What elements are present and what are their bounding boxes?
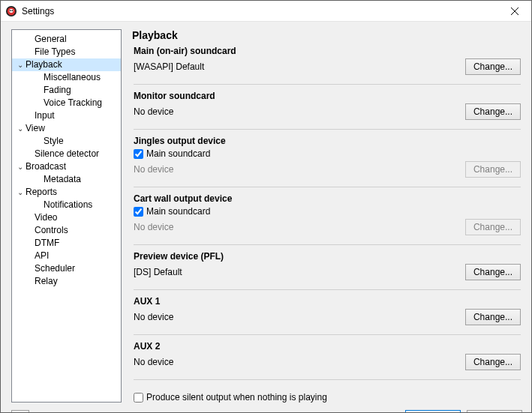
nav-item-notifications[interactable]: Notifications bbox=[12, 199, 121, 211]
section-jingles-output: Jingles output device Main soundcard No … bbox=[134, 136, 521, 178]
chevron-down-icon: ⌄ bbox=[17, 122, 24, 135]
change-monitor-soundcard-button[interactable]: Change... bbox=[465, 103, 521, 120]
preview-device-value: [DS] Default bbox=[134, 267, 459, 277]
aux1-value: No device bbox=[134, 312, 459, 322]
nav-item-label: View bbox=[26, 122, 45, 135]
section-title: Cart wall output device bbox=[134, 193, 521, 204]
nav-item-fading[interactable]: Fading bbox=[12, 84, 121, 97]
section-title: Monitor soundcard bbox=[134, 91, 521, 101]
svg-point-3 bbox=[10, 10, 11, 11]
cart-wall-output-value: No device bbox=[134, 222, 459, 232]
nav-item-label: Voice Tracking bbox=[44, 97, 102, 109]
nav-item-miscellaneous[interactable]: Miscellaneous bbox=[12, 71, 121, 84]
cart-main-soundcard-checkbox[interactable] bbox=[134, 207, 143, 217]
section-preview-device: Preview device (PFL) [DS] Default Change… bbox=[134, 251, 521, 280]
chevron-down-icon: ⌄ bbox=[17, 58, 24, 71]
nav-item-silence-detector[interactable]: Silence detector bbox=[12, 148, 121, 160]
jingles-main-soundcard-checkbox[interactable] bbox=[134, 149, 143, 159]
nav-item-style[interactable]: Style bbox=[12, 135, 121, 148]
jingles-output-value: No device bbox=[134, 164, 459, 175]
nav-item-video[interactable]: Video bbox=[12, 211, 121, 224]
nav-item-file-types[interactable]: File Types bbox=[12, 46, 121, 58]
divider bbox=[134, 379, 521, 380]
nav-item-dtmf[interactable]: DTMF bbox=[12, 237, 121, 250]
nav-item-playback[interactable]: ⌄Playback bbox=[12, 58, 121, 71]
dialog-footer: ? OK Cancel bbox=[1, 410, 531, 413]
app-icon bbox=[5, 5, 17, 17]
section-monitor-soundcard: Monitor soundcard No device Change... bbox=[134, 91, 521, 120]
change-aux1-button[interactable]: Change... bbox=[465, 309, 521, 325]
nav-item-label: Fading bbox=[44, 84, 71, 97]
nav-item-voice-tracking[interactable]: Voice Tracking bbox=[12, 97, 121, 109]
nav-item-metadata[interactable]: Metadata bbox=[12, 173, 121, 186]
main-soundcard-value: [WASAPI] Default bbox=[134, 61, 459, 72]
section-title: AUX 2 bbox=[134, 341, 521, 352]
nav-item-label: API bbox=[35, 250, 49, 262]
section-title: Preview device (PFL) bbox=[134, 251, 521, 262]
settings-nav-tree[interactable]: GeneralFile Types⌄PlaybackMiscellaneousF… bbox=[11, 29, 122, 403]
nav-item-scheduler[interactable]: Scheduler bbox=[12, 262, 121, 275]
nav-item-api[interactable]: API bbox=[12, 250, 121, 262]
nav-item-label: File Types bbox=[35, 46, 75, 58]
divider bbox=[134, 334, 521, 335]
divider bbox=[134, 129, 521, 130]
nav-item-general[interactable]: General bbox=[12, 33, 121, 46]
section-title: Jingles output device bbox=[134, 136, 521, 146]
nav-item-label: Broadcast bbox=[26, 160, 66, 173]
close-button[interactable] bbox=[498, 1, 531, 22]
page-title: Playback bbox=[132, 29, 521, 41]
aux2-value: No device bbox=[134, 357, 459, 367]
change-aux2-button[interactable]: Change... bbox=[465, 354, 521, 370]
silent-output-row: Produce silent output when nothing is pl… bbox=[134, 392, 521, 403]
section-aux2: AUX 2 No device Change... bbox=[134, 341, 521, 370]
section-title: Main (on-air) soundcard bbox=[134, 46, 521, 56]
nav-item-relay[interactable]: Relay bbox=[12, 275, 121, 288]
nav-item-label: Controls bbox=[35, 224, 68, 237]
nav-item-label: Miscellaneous bbox=[44, 71, 101, 84]
close-icon bbox=[511, 7, 518, 15]
divider bbox=[134, 289, 521, 290]
change-preview-device-button[interactable]: Change... bbox=[465, 264, 521, 280]
chevron-down-icon: ⌄ bbox=[17, 160, 24, 173]
checkbox-label: Main soundcard bbox=[146, 148, 210, 159]
divider bbox=[134, 187, 521, 187]
section-aux1: AUX 1 No device Change... bbox=[134, 296, 521, 325]
nav-item-controls[interactable]: Controls bbox=[12, 224, 121, 237]
change-main-soundcard-button[interactable]: Change... bbox=[465, 58, 521, 75]
nav-item-broadcast[interactable]: ⌄Broadcast bbox=[12, 160, 121, 173]
nav-item-label: DTMF bbox=[35, 237, 59, 250]
nav-item-label: General bbox=[35, 33, 67, 46]
section-cart-wall-output: Cart wall output device Main soundcard N… bbox=[134, 193, 521, 235]
monitor-soundcard-value: No device bbox=[134, 106, 459, 117]
nav-item-label: Silence detector bbox=[35, 148, 99, 160]
section-title: AUX 1 bbox=[134, 296, 521, 307]
nav-item-label: Scheduler bbox=[35, 262, 75, 275]
window-title: Settings bbox=[22, 6, 498, 16]
nav-item-input[interactable]: Input bbox=[12, 109, 121, 122]
nav-item-reports[interactable]: ⌄Reports bbox=[12, 186, 121, 199]
silent-output-label: Produce silent output when nothing is pl… bbox=[146, 392, 327, 403]
help-button[interactable]: ? bbox=[11, 410, 29, 413]
titlebar: Settings bbox=[1, 1, 531, 22]
section-main-soundcard: Main (on-air) soundcard [WASAPI] Default… bbox=[134, 46, 521, 75]
nav-item-label: Video bbox=[35, 211, 57, 224]
nav-item-label: Notifications bbox=[44, 199, 92, 211]
change-jingles-output-button: Change... bbox=[465, 161, 521, 178]
divider bbox=[134, 84, 521, 85]
nav-item-label: Relay bbox=[35, 275, 58, 288]
change-cart-wall-output-button: Change... bbox=[465, 219, 521, 235]
nav-item-view[interactable]: ⌄View bbox=[12, 122, 121, 135]
silent-output-checkbox[interactable] bbox=[134, 393, 143, 403]
nav-item-label: Input bbox=[35, 109, 55, 122]
nav-item-label: Reports bbox=[26, 186, 57, 199]
nav-item-label: Playback bbox=[26, 58, 62, 71]
chevron-down-icon: ⌄ bbox=[17, 186, 24, 199]
ok-button[interactable]: OK bbox=[405, 410, 461, 413]
settings-page: Playback Main (on-air) soundcard [WASAPI… bbox=[131, 29, 524, 403]
nav-item-label: Metadata bbox=[44, 173, 81, 186]
cancel-button[interactable]: Cancel bbox=[467, 410, 522, 413]
divider bbox=[134, 244, 521, 245]
nav-item-label: Style bbox=[44, 135, 64, 148]
svg-point-4 bbox=[11, 10, 13, 11]
checkbox-label: Main soundcard bbox=[146, 206, 210, 217]
